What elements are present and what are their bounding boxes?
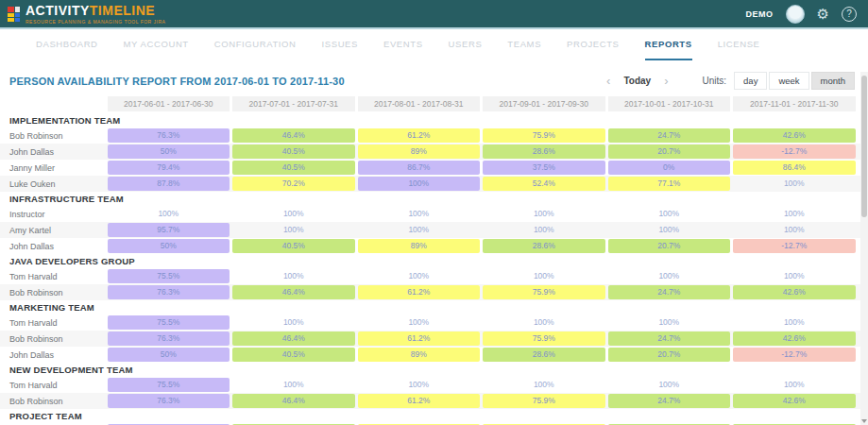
availability-cell: 89% (358, 239, 481, 253)
row-name: Tom Harvald (0, 381, 106, 390)
availability-cell: -12.7% (733, 348, 856, 362)
chevron-right-icon[interactable]: › (664, 75, 668, 87)
gear-icon[interactable]: ⚙ (817, 7, 829, 21)
row-cells: 76.3%46.4%61.2%75.9%24.7%42.6% (106, 128, 857, 143)
availability-cell: 100% (608, 207, 731, 221)
table-row: Janny Miller79.4%40.5%86.7%37.5%0%86.4% (0, 160, 868, 176)
table-row: Bob Robinson76.3%46.4%61.2%75.9%24.7%42.… (0, 331, 868, 347)
table-row: John Dallas50%40.5%89%28.6%20.7%-12.7% (0, 238, 868, 254)
availability-cell: 100% (733, 269, 856, 283)
logo: ACTIVITYTIMELINE RESOURCE PLANNING & MAN… (8, 4, 165, 25)
table-row: John Dallas50%40.5%89%28.6%20.7%-12.7% (0, 144, 868, 160)
availability-cell: -12.7% (733, 239, 856, 253)
availability-cell: 100% (358, 177, 481, 191)
column-header: 2017-11-01 - 2017-11-30 (733, 96, 856, 111)
availability-cell: 46.4% (232, 285, 355, 299)
availability-cell: 100% (608, 223, 731, 237)
nav-tab-configuration[interactable]: CONFIGURATION (214, 29, 297, 60)
nav-tab-dashboard[interactable]: DASHBOARD (36, 29, 98, 60)
nav-tab-events[interactable]: EVENTS (383, 29, 423, 60)
app-header: ACTIVITYTIMELINE RESOURCE PLANNING & MAN… (0, 0, 868, 29)
logo-title: ACTIVITYTIMELINE (26, 4, 165, 17)
row-cells: 100%100%100%100%100%100% (106, 207, 857, 221)
availability-cell: 76.3% (108, 332, 230, 346)
table-row: Bob Robinson76.3%46.4%61.2%75.9%24.7%42.… (0, 128, 868, 144)
row-name: Bob Robinson (0, 288, 106, 298)
availability-cell: 28.6% (483, 239, 605, 253)
availability-cell: 100% (483, 223, 605, 237)
availability-cell: 50% (108, 239, 230, 253)
availability-cell: 70.2% (232, 177, 355, 191)
logo-title-primary: ACTIVITY (26, 3, 90, 18)
availability-cell: 100% (358, 269, 481, 283)
availability-cell: 100% (358, 207, 481, 221)
row-cells: 50%40.5%89%28.6%20.7%-12.7% (106, 348, 857, 362)
availability-cell: 75.9% (483, 332, 605, 346)
availability-cell: 100% (232, 207, 355, 221)
unit-button-month[interactable]: month (811, 72, 855, 90)
availability-cell: 20.7% (608, 144, 731, 159)
availability-cell: 46.4% (232, 128, 355, 143)
availability-cell: 50% (108, 144, 230, 159)
name-column-spacer (0, 96, 106, 111)
column-header: 2017-07-01 - 2017-07-31 (232, 96, 355, 111)
availability-cell: 77.1% (608, 177, 731, 191)
nav-tab-issues[interactable]: ISSUES (322, 29, 358, 60)
availability-cell: 89% (358, 144, 481, 159)
nav-tab-reports[interactable]: REPORTS (645, 29, 692, 60)
team-header-infrastructure-team: INFRASTRUCTURE TEAM (0, 193, 868, 206)
column-header: 2017-09-01 - 2017-09-30 (483, 96, 605, 111)
availability-cell: 100% (358, 223, 481, 237)
unit-button-day[interactable]: day (734, 72, 767, 90)
column-header: 2017-06-01 - 2017-06-30 (108, 96, 230, 111)
today-button[interactable]: Today (623, 76, 651, 86)
table-row: Luke Ouken87.8%70.2%100%52.4%77.1%100% (0, 176, 868, 192)
nav-tab-users[interactable]: USERS (449, 29, 483, 60)
availability-cell: 24.7% (608, 285, 731, 299)
availability-cell: 100% (358, 378, 481, 392)
row-cells: 76.3%46.4%61.2%75.9%24.7%42.6% (106, 394, 857, 408)
row-cells: 50%40.5%89%28.6%20.7%-12.7% (106, 239, 857, 253)
chevron-left-icon[interactable]: ‹ (606, 75, 610, 87)
availability-cell: 40.5% (232, 144, 355, 159)
availability-cell: 100% (483, 269, 605, 283)
scrollbar-down-arrow-icon[interactable] (861, 419, 867, 423)
availability-cell: 87.8% (108, 177, 230, 191)
nav-tab-my-account[interactable]: MY ACCOUNT (124, 29, 189, 60)
availability-cell: 24.7% (608, 332, 731, 346)
availability-cell: 42.6% (733, 332, 856, 346)
table-row: Tom Harvald75.5%100%100%100%100%100% (0, 314, 868, 331)
unit-button-week[interactable]: week (769, 72, 808, 90)
row-name: John Dallas (0, 350, 106, 360)
logo-icon (8, 7, 20, 21)
availability-cell: 100% (608, 378, 731, 392)
availability-cell: -12.7% (733, 144, 856, 159)
nav-tab-teams[interactable]: TEAMS (507, 29, 541, 60)
units-switcher: Units: dayweekmonth (703, 72, 855, 90)
availability-cell: 61.2% (358, 285, 481, 299)
availability-cell: 100% (483, 378, 605, 392)
report-table: 2017-06-01 - 2017-06-302017-07-01 - 2017… (0, 96, 868, 425)
row-name: Janny Miller (0, 163, 106, 173)
table-row: Instructor100%100%100%100%100%100% (0, 206, 868, 222)
table-body: IMPLEMENTATION TEAMBob Robinson76.3%46.4… (0, 114, 868, 425)
nav-tab-projects[interactable]: PROJECTS (567, 29, 619, 60)
avatar[interactable] (786, 5, 805, 24)
row-name: Tom Harvald (0, 272, 106, 281)
availability-cell: 95.7% (108, 223, 230, 237)
row-cells: 87.8%70.2%100%52.4%77.1%100% (106, 177, 857, 191)
vertical-scrollbar[interactable] (860, 72, 868, 425)
availability-cell: 79.4% (108, 161, 230, 175)
nav-tab-license[interactable]: LICENSE (718, 29, 760, 60)
availability-cell: 75.9% (483, 285, 605, 299)
main-nav: DASHBOARDMY ACCOUNTCONFIGURATIONISSUESEV… (0, 29, 868, 60)
availability-cell: 61.2% (358, 128, 481, 143)
availability-cell: 100% (733, 315, 856, 330)
availability-cell: 89% (358, 348, 481, 362)
user-label: DEMO (746, 9, 774, 19)
help-icon[interactable]: ? (842, 7, 857, 22)
table-row: John Dallas50%40.5%89%28.6%20.7%-12.7% (0, 347, 868, 363)
row-name: John Dallas (0, 147, 106, 157)
scrollbar-thumb[interactable] (861, 76, 867, 217)
availability-cell: 100% (108, 207, 230, 221)
